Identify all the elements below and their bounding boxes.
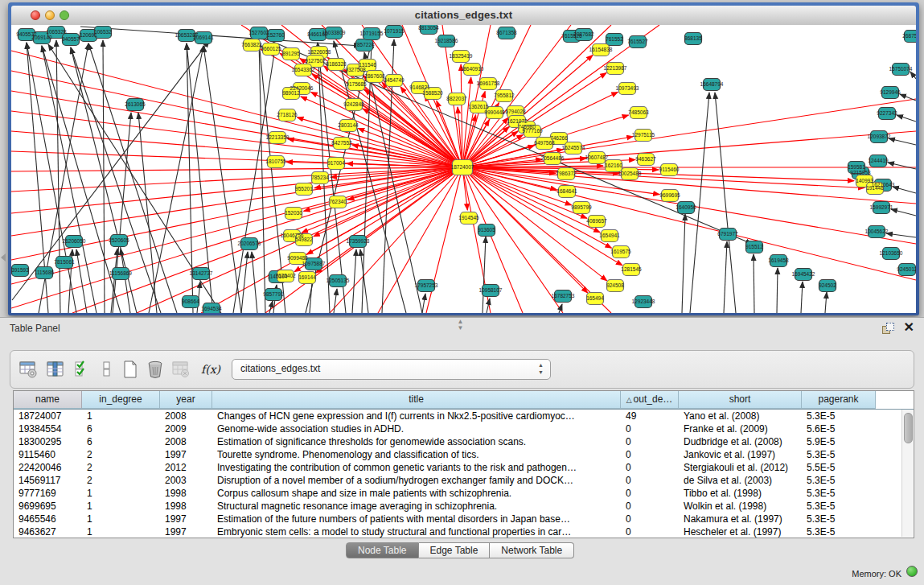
citation-edge-black[interactable] — [825, 292, 827, 313]
citation-edge-black[interactable] — [888, 163, 916, 169]
cell-pagerank[interactable]: 5.3E-5 — [802, 410, 876, 422]
citation-edge-black[interactable] — [422, 294, 425, 313]
column-header-title[interactable]: title — [212, 391, 621, 409]
cell-year[interactable]: 2009 — [160, 422, 212, 435]
cell-name[interactable]: 18300295 — [14, 435, 82, 448]
table-row[interactable]: 969969511998Structural magnetic resonanc… — [14, 500, 914, 513]
citation-edge-red[interactable] — [311, 92, 462, 167]
cell-pagerank[interactable]: 5.3E-5 — [802, 487, 876, 500]
citation-edge-black[interactable] — [900, 94, 916, 101]
cell-pagerank[interactable]: 5.3E-5 — [802, 448, 876, 461]
cell-name[interactable]: 9115460 — [14, 448, 82, 461]
cell-name[interactable]: 9777169 — [14, 487, 82, 500]
citation-edge-black[interactable] — [682, 214, 685, 313]
cell-title[interactable]: Investigating the contribution of common… — [212, 461, 621, 474]
cell-year[interactable]: 2008 — [160, 410, 212, 422]
citation-edge-black[interactable] — [259, 41, 265, 313]
cell-short[interactable]: Hescheler et al. (1997) — [679, 525, 802, 538]
cell-in_degree[interactable]: 2 — [82, 448, 160, 461]
citation-edge-black[interactable] — [269, 301, 273, 313]
table-row[interactable]: 1456911722003Disruption of a novel membe… — [14, 474, 914, 487]
cell-in_degree[interactable]: 2 — [82, 474, 160, 487]
cell-year[interactable]: 2008 — [160, 435, 212, 448]
cell-name[interactable]: 22420046 — [14, 461, 82, 474]
cell-title[interactable]: Tourette syndrome. Phenomenology and cla… — [212, 448, 621, 461]
cell-out_degree[interactable]: 0 — [621, 487, 679, 500]
tab-edge-table[interactable]: Edge Table — [419, 542, 491, 558]
cell-in_degree[interactable]: 1 — [82, 513, 160, 525]
column-header-in_degree[interactable]: in_degree — [82, 391, 160, 409]
close-icon[interactable]: ✕ — [904, 320, 914, 335]
column-header-year[interactable]: year — [160, 391, 212, 409]
deselect-all-icon[interactable] — [96, 358, 118, 381]
cell-in_degree[interactable]: 6 — [82, 435, 160, 448]
citation-edge-black[interactable] — [897, 115, 916, 122]
select-all-icon[interactable] — [72, 358, 94, 381]
cell-title[interactable]: Changes of HCN gene expression and I(f) … — [212, 410, 621, 422]
cell-in_degree[interactable]: 1 — [82, 487, 160, 500]
cell-year[interactable]: 1998 — [160, 500, 212, 513]
citation-edge-black[interactable] — [352, 249, 356, 313]
column-header-out_degree[interactable]: △out_de… — [621, 391, 679, 409]
cell-pagerank[interactable]: 5.3E-5 — [802, 525, 876, 538]
table-row[interactable]: 1830029562008Estimation of significance … — [14, 435, 914, 448]
citation-edge-black[interactable] — [334, 289, 337, 313]
cell-short[interactable]: Tibbo et al. (1998) — [679, 487, 802, 500]
cell-title[interactable]: Structural magnetic resonance image aver… — [212, 500, 621, 513]
cell-title[interactable]: Estimation of significance thresholds fo… — [212, 435, 621, 448]
function-builder-icon[interactable]: f(x) — [197, 358, 224, 381]
citation-edge-red[interactable] — [462, 25, 571, 167]
table-row[interactable]: 946362711997Embryonic stem cells: a mode… — [14, 525, 914, 538]
cell-out_degree[interactable]: 49 — [621, 410, 679, 422]
column-header-name[interactable]: name — [14, 391, 82, 409]
cell-year[interactable]: 1997 — [160, 525, 212, 538]
cell-name[interactable]: 14569117 — [14, 474, 82, 487]
citation-edge-black[interactable] — [801, 282, 803, 313]
cell-pagerank[interactable]: 5.5E-5 — [802, 461, 876, 474]
cell-name[interactable]: 9699695 — [14, 500, 82, 513]
memory-status-indicator[interactable] — [906, 566, 918, 577]
citation-edge-black[interactable] — [241, 252, 248, 313]
citation-edge-black[interactable] — [889, 138, 916, 145]
network-graph[interactable]: 9405572206914010653289405571206911065321… — [11, 25, 916, 313]
cell-name[interactable]: 19384554 — [14, 422, 82, 435]
table-row[interactable]: 946554611997Estimation of the future num… — [14, 513, 914, 525]
delete-row-icon[interactable] — [144, 358, 166, 381]
column-header-pagerank[interactable]: pagerank — [802, 391, 876, 409]
citation-edge-black[interactable] — [724, 241, 727, 313]
citation-edge-black[interactable] — [360, 249, 368, 313]
cell-pagerank[interactable]: 5.3E-5 — [802, 513, 876, 525]
citation-edge-red[interactable] — [11, 51, 462, 167]
float-window-icon[interactable] — [882, 323, 893, 334]
citation-edge-black[interactable] — [777, 268, 778, 313]
cell-in_degree[interactable]: 1 — [82, 500, 160, 513]
cell-out_degree[interactable]: 0 — [621, 474, 679, 487]
table-row[interactable]: 2242004622012Investigating the contribut… — [14, 461, 914, 474]
network-canvas[interactable]: 9405572206914010653289405571206911065321… — [11, 25, 916, 313]
cell-short[interactable]: de Silva et al. (2003) — [679, 474, 802, 487]
cell-out_degree[interactable]: 0 — [621, 500, 679, 513]
citation-edge-black[interactable] — [88, 43, 177, 313]
cell-short[interactable]: Dudbridge et al. (2008) — [679, 435, 802, 448]
cell-pagerank[interactable]: 5.9E-5 — [802, 435, 876, 448]
cell-title[interactable]: Corpus callosum shape and size in male p… — [212, 487, 621, 500]
cell-out_degree[interactable]: 0 — [621, 448, 679, 461]
network-window-titlebar[interactable]: citations_edges.txt — [11, 6, 916, 26]
cell-in_degree[interactable]: 2 — [82, 461, 160, 474]
cell-short[interactable]: Franke et al. (2009) — [679, 422, 802, 435]
table-settings-icon[interactable] — [17, 358, 39, 381]
citation-edge-red[interactable] — [462, 167, 916, 204]
scrollbar-thumb[interactable] — [904, 413, 913, 443]
cell-pagerank[interactable]: 5.3E-5 — [802, 500, 876, 513]
cell-short[interactable]: Wolkin et al. (1998) — [679, 500, 802, 513]
citation-edge-black[interactable] — [754, 254, 754, 313]
table-row[interactable]: 911546021997Tourette syndrome. Phenomeno… — [14, 448, 914, 461]
cell-pagerank[interactable]: 5.6E-5 — [802, 422, 876, 435]
cell-name[interactable]: 18724007 — [14, 410, 82, 422]
panel-collapse-handle[interactable] — [1, 253, 6, 262]
cell-out_degree[interactable]: 0 — [621, 461, 679, 474]
cell-short[interactable]: Stergiakouli et al. (2012) — [679, 461, 802, 474]
citation-edge-red[interactable] — [462, 167, 563, 313]
citation-edge-red[interactable] — [11, 131, 462, 167]
cell-short[interactable]: Jankovic et al. (1997) — [679, 448, 802, 461]
